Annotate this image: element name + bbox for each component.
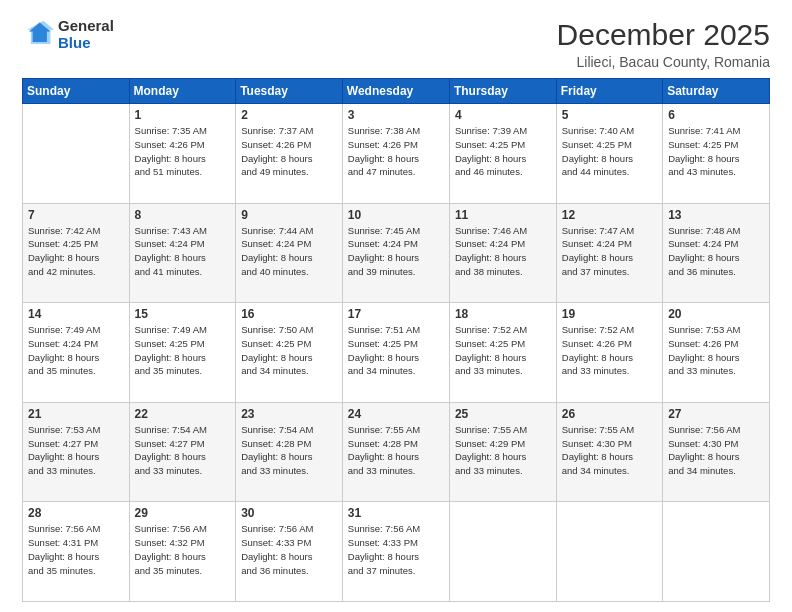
- calendar-cell: [449, 502, 556, 602]
- day-info: Sunrise: 7:55 AMSunset: 4:30 PMDaylight:…: [562, 423, 657, 478]
- day-number: 30: [241, 506, 337, 520]
- day-info: Sunrise: 7:52 AMSunset: 4:26 PMDaylight:…: [562, 323, 657, 378]
- day-info: Sunrise: 7:55 AMSunset: 4:29 PMDaylight:…: [455, 423, 551, 478]
- calendar-cell: [556, 502, 662, 602]
- day-info: Sunrise: 7:35 AMSunset: 4:26 PMDaylight:…: [135, 124, 231, 179]
- day-number: 28: [28, 506, 124, 520]
- logo-icon: [22, 19, 54, 51]
- svg-marker-1: [27, 20, 54, 43]
- calendar-cell: 10Sunrise: 7:45 AMSunset: 4:24 PMDayligh…: [342, 203, 449, 303]
- day-header-sunday: Sunday: [23, 79, 130, 104]
- day-header-row: SundayMondayTuesdayWednesdayThursdayFrid…: [23, 79, 770, 104]
- calendar-cell: 4Sunrise: 7:39 AMSunset: 4:25 PMDaylight…: [449, 104, 556, 204]
- calendar-cell: 31Sunrise: 7:56 AMSunset: 4:33 PMDayligh…: [342, 502, 449, 602]
- calendar-cell: 27Sunrise: 7:56 AMSunset: 4:30 PMDayligh…: [663, 402, 770, 502]
- day-info: Sunrise: 7:55 AMSunset: 4:28 PMDaylight:…: [348, 423, 444, 478]
- day-info: Sunrise: 7:45 AMSunset: 4:24 PMDaylight:…: [348, 224, 444, 279]
- day-info: Sunrise: 7:49 AMSunset: 4:25 PMDaylight:…: [135, 323, 231, 378]
- day-number: 9: [241, 208, 337, 222]
- day-number: 13: [668, 208, 764, 222]
- day-info: Sunrise: 7:51 AMSunset: 4:25 PMDaylight:…: [348, 323, 444, 378]
- day-number: 19: [562, 307, 657, 321]
- subtitle: Lilieci, Bacau County, Romania: [557, 54, 770, 70]
- calendar-cell: 6Sunrise: 7:41 AMSunset: 4:25 PMDaylight…: [663, 104, 770, 204]
- calendar-cell: [663, 502, 770, 602]
- week-row-3: 21Sunrise: 7:53 AMSunset: 4:27 PMDayligh…: [23, 402, 770, 502]
- calendar-cell: 12Sunrise: 7:47 AMSunset: 4:24 PMDayligh…: [556, 203, 662, 303]
- day-number: 12: [562, 208, 657, 222]
- calendar-cell: 13Sunrise: 7:48 AMSunset: 4:24 PMDayligh…: [663, 203, 770, 303]
- calendar-body: 1Sunrise: 7:35 AMSunset: 4:26 PMDaylight…: [23, 104, 770, 602]
- calendar: SundayMondayTuesdayWednesdayThursdayFrid…: [22, 78, 770, 602]
- calendar-cell: 3Sunrise: 7:38 AMSunset: 4:26 PMDaylight…: [342, 104, 449, 204]
- day-number: 27: [668, 407, 764, 421]
- day-info: Sunrise: 7:44 AMSunset: 4:24 PMDaylight:…: [241, 224, 337, 279]
- title-block: December 2025 Lilieci, Bacau County, Rom…: [557, 18, 770, 70]
- day-info: Sunrise: 7:53 AMSunset: 4:26 PMDaylight:…: [668, 323, 764, 378]
- calendar-cell: 15Sunrise: 7:49 AMSunset: 4:25 PMDayligh…: [129, 303, 236, 403]
- day-info: Sunrise: 7:46 AMSunset: 4:24 PMDaylight:…: [455, 224, 551, 279]
- day-number: 22: [135, 407, 231, 421]
- calendar-cell: 5Sunrise: 7:40 AMSunset: 4:25 PMDaylight…: [556, 104, 662, 204]
- day-number: 8: [135, 208, 231, 222]
- calendar-cell: 7Sunrise: 7:42 AMSunset: 4:25 PMDaylight…: [23, 203, 130, 303]
- calendar-cell: 16Sunrise: 7:50 AMSunset: 4:25 PMDayligh…: [236, 303, 343, 403]
- calendar-cell: 20Sunrise: 7:53 AMSunset: 4:26 PMDayligh…: [663, 303, 770, 403]
- day-number: 10: [348, 208, 444, 222]
- day-info: Sunrise: 7:56 AMSunset: 4:30 PMDaylight:…: [668, 423, 764, 478]
- calendar-cell: 18Sunrise: 7:52 AMSunset: 4:25 PMDayligh…: [449, 303, 556, 403]
- day-number: 14: [28, 307, 124, 321]
- day-number: 16: [241, 307, 337, 321]
- calendar-cell: 17Sunrise: 7:51 AMSunset: 4:25 PMDayligh…: [342, 303, 449, 403]
- day-number: 15: [135, 307, 231, 321]
- day-info: Sunrise: 7:56 AMSunset: 4:32 PMDaylight:…: [135, 522, 231, 577]
- day-info: Sunrise: 7:43 AMSunset: 4:24 PMDaylight:…: [135, 224, 231, 279]
- day-info: Sunrise: 7:47 AMSunset: 4:24 PMDaylight:…: [562, 224, 657, 279]
- calendar-cell: 11Sunrise: 7:46 AMSunset: 4:24 PMDayligh…: [449, 203, 556, 303]
- day-info: Sunrise: 7:50 AMSunset: 4:25 PMDaylight:…: [241, 323, 337, 378]
- week-row-1: 7Sunrise: 7:42 AMSunset: 4:25 PMDaylight…: [23, 203, 770, 303]
- day-info: Sunrise: 7:53 AMSunset: 4:27 PMDaylight:…: [28, 423, 124, 478]
- calendar-cell: 29Sunrise: 7:56 AMSunset: 4:32 PMDayligh…: [129, 502, 236, 602]
- calendar-cell: 1Sunrise: 7:35 AMSunset: 4:26 PMDaylight…: [129, 104, 236, 204]
- day-number: 24: [348, 407, 444, 421]
- main-title: December 2025: [557, 18, 770, 52]
- calendar-header: SundayMondayTuesdayWednesdayThursdayFrid…: [23, 79, 770, 104]
- day-number: 18: [455, 307, 551, 321]
- calendar-cell: 19Sunrise: 7:52 AMSunset: 4:26 PMDayligh…: [556, 303, 662, 403]
- day-info: Sunrise: 7:38 AMSunset: 4:26 PMDaylight:…: [348, 124, 444, 179]
- week-row-2: 14Sunrise: 7:49 AMSunset: 4:24 PMDayligh…: [23, 303, 770, 403]
- day-number: 3: [348, 108, 444, 122]
- day-header-monday: Monday: [129, 79, 236, 104]
- day-number: 26: [562, 407, 657, 421]
- week-row-4: 28Sunrise: 7:56 AMSunset: 4:31 PMDayligh…: [23, 502, 770, 602]
- calendar-cell: 14Sunrise: 7:49 AMSunset: 4:24 PMDayligh…: [23, 303, 130, 403]
- day-info: Sunrise: 7:54 AMSunset: 4:27 PMDaylight:…: [135, 423, 231, 478]
- day-info: Sunrise: 7:49 AMSunset: 4:24 PMDaylight:…: [28, 323, 124, 378]
- calendar-cell: 9Sunrise: 7:44 AMSunset: 4:24 PMDaylight…: [236, 203, 343, 303]
- header: General Blue December 2025 Lilieci, Baca…: [22, 18, 770, 70]
- day-number: 5: [562, 108, 657, 122]
- day-number: 21: [28, 407, 124, 421]
- day-number: 17: [348, 307, 444, 321]
- day-number: 11: [455, 208, 551, 222]
- calendar-cell: 25Sunrise: 7:55 AMSunset: 4:29 PMDayligh…: [449, 402, 556, 502]
- day-header-tuesday: Tuesday: [236, 79, 343, 104]
- logo-text: General Blue: [58, 18, 114, 51]
- day-info: Sunrise: 7:37 AMSunset: 4:26 PMDaylight:…: [241, 124, 337, 179]
- day-number: 4: [455, 108, 551, 122]
- day-info: Sunrise: 7:56 AMSunset: 4:33 PMDaylight:…: [348, 522, 444, 577]
- day-number: 25: [455, 407, 551, 421]
- day-number: 1: [135, 108, 231, 122]
- page: General Blue December 2025 Lilieci, Baca…: [0, 0, 792, 612]
- day-number: 29: [135, 506, 231, 520]
- calendar-cell: 8Sunrise: 7:43 AMSunset: 4:24 PMDaylight…: [129, 203, 236, 303]
- logo: General Blue: [22, 18, 114, 51]
- day-info: Sunrise: 7:42 AMSunset: 4:25 PMDaylight:…: [28, 224, 124, 279]
- day-header-friday: Friday: [556, 79, 662, 104]
- day-info: Sunrise: 7:56 AMSunset: 4:33 PMDaylight:…: [241, 522, 337, 577]
- day-number: 2: [241, 108, 337, 122]
- day-info: Sunrise: 7:56 AMSunset: 4:31 PMDaylight:…: [28, 522, 124, 577]
- calendar-cell: 23Sunrise: 7:54 AMSunset: 4:28 PMDayligh…: [236, 402, 343, 502]
- day-info: Sunrise: 7:54 AMSunset: 4:28 PMDaylight:…: [241, 423, 337, 478]
